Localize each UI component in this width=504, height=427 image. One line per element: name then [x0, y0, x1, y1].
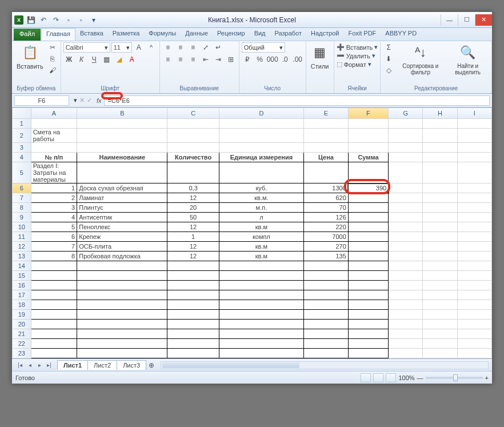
- cell-F10[interactable]: [348, 222, 388, 232]
- cell-E22[interactable]: [303, 339, 348, 349]
- tab-developer[interactable]: Разработ: [270, 28, 306, 41]
- cell-H12[interactable]: [423, 242, 457, 252]
- cell-C12[interactable]: 12: [167, 242, 219, 252]
- cell-A14[interactable]: [31, 261, 77, 271]
- cell-I16[interactable]: [457, 281, 491, 290]
- cell-B9[interactable]: Антисептик: [77, 213, 167, 222]
- tab-formulas[interactable]: Формулы: [144, 28, 181, 41]
- cell-E14[interactable]: [303, 261, 348, 271]
- row-header-15[interactable]: 15: [13, 271, 31, 281]
- font-size-combo[interactable]: 11▾: [111, 42, 132, 53]
- cell-G11[interactable]: [389, 232, 423, 242]
- cell-I20[interactable]: [457, 320, 491, 329]
- cell-F5[interactable]: [348, 162, 388, 183]
- cell-D9[interactable]: л: [219, 213, 303, 222]
- formula-input[interactable]: =C6*E6: [104, 95, 490, 106]
- cell-F7[interactable]: [348, 193, 388, 203]
- cell-I1[interactable]: [457, 119, 491, 129]
- cell-D4[interactable]: Единица измерения: [219, 153, 303, 162]
- wrap-text-icon[interactable]: ↵: [213, 42, 224, 53]
- cell-C2[interactable]: [167, 129, 219, 143]
- sort-filter-button[interactable]: ᴬ↓ Сортировка и фильтр: [395, 42, 445, 77]
- row-header-10[interactable]: 10: [13, 222, 31, 232]
- cell-A2[interactable]: Смета на работы: [31, 129, 77, 143]
- cell-I5[interactable]: [457, 162, 491, 183]
- cell-G23[interactable]: [389, 349, 423, 358]
- cell-C4[interactable]: Количество: [167, 153, 219, 162]
- close-button[interactable]: ✕: [475, 14, 492, 26]
- cell-B21[interactable]: [77, 329, 167, 339]
- italic-icon[interactable]: К: [76, 54, 87, 65]
- row-header-18[interactable]: 18: [13, 300, 31, 310]
- bold-icon[interactable]: Ж: [63, 54, 75, 65]
- cell-G20[interactable]: [389, 320, 423, 329]
- col-header-G[interactable]: G: [389, 108, 423, 119]
- cell-E3[interactable]: [303, 143, 348, 153]
- currency-icon[interactable]: ₽: [242, 54, 253, 65]
- cell-B3[interactable]: [77, 143, 167, 153]
- row-header-13[interactable]: 13: [13, 252, 31, 261]
- cut-icon[interactable]: ✂: [47, 42, 58, 53]
- cell-H10[interactable]: [423, 222, 457, 232]
- cell-A6[interactable]: 1: [31, 183, 77, 193]
- cell-H22[interactable]: [423, 339, 457, 349]
- indent-dec-icon[interactable]: ⇤: [200, 54, 211, 65]
- cell-B13[interactable]: Пробковая подложка: [77, 252, 167, 261]
- tab-review[interactable]: Рецензир: [213, 28, 250, 41]
- format-cells-button[interactable]: ⬚Формат ▾: [337, 61, 371, 68]
- cell-G5[interactable]: [389, 162, 423, 183]
- cell-I6[interactable]: [457, 183, 491, 193]
- cell-F17[interactable]: [348, 290, 388, 300]
- row-header-11[interactable]: 11: [13, 232, 31, 242]
- cell-B1[interactable]: [77, 119, 167, 129]
- cell-I19[interactable]: [457, 310, 491, 320]
- paste-button[interactable]: 📋 Вставить: [14, 42, 46, 71]
- row-header-16[interactable]: 16: [13, 281, 31, 290]
- cell-G3[interactable]: [389, 143, 423, 153]
- cell-C10[interactable]: 12: [167, 222, 219, 232]
- tab-abbyy[interactable]: ABBYY PD: [381, 28, 421, 41]
- cell-D2[interactable]: [219, 129, 303, 143]
- cell-G6[interactable]: [389, 183, 423, 193]
- cell-D22[interactable]: [219, 339, 303, 349]
- cell-G18[interactable]: [389, 300, 423, 310]
- cell-D16[interactable]: [219, 281, 303, 290]
- cell-E21[interactable]: [303, 329, 348, 339]
- minimize-button[interactable]: —: [441, 14, 458, 26]
- cell-B5[interactable]: [77, 162, 167, 183]
- cell-I3[interactable]: [457, 143, 491, 153]
- cell-G10[interactable]: [389, 222, 423, 232]
- cell-F20[interactable]: [348, 320, 388, 329]
- fx-icon[interactable]: fx: [94, 97, 104, 104]
- cell-E7[interactable]: 620: [303, 193, 348, 203]
- cell-E19[interactable]: [303, 310, 348, 320]
- cell-F13[interactable]: [348, 252, 388, 261]
- cell-H15[interactable]: [423, 271, 457, 281]
- cell-H4[interactable]: [423, 153, 457, 162]
- cell-E9[interactable]: 126: [303, 213, 348, 222]
- cell-H18[interactable]: [423, 300, 457, 310]
- cell-E6[interactable]: 1300: [303, 183, 348, 193]
- cell-H21[interactable]: [423, 329, 457, 339]
- cell-B11[interactable]: Крепеж: [77, 232, 167, 242]
- cell-E20[interactable]: [303, 320, 348, 329]
- cell-C17[interactable]: [167, 290, 219, 300]
- tab-foxit[interactable]: Foxit PDF: [343, 28, 381, 41]
- cell-I22[interactable]: [457, 339, 491, 349]
- row-header-12[interactable]: 12: [13, 242, 31, 252]
- view-normal-icon[interactable]: [361, 373, 371, 382]
- fill-color-icon[interactable]: ◢: [114, 54, 125, 65]
- zoom-out-icon[interactable]: —: [417, 374, 423, 381]
- format-painter-icon[interactable]: 🖌: [47, 65, 58, 75]
- cell-G15[interactable]: [389, 271, 423, 281]
- cell-D17[interactable]: [219, 290, 303, 300]
- cell-G9[interactable]: [389, 213, 423, 222]
- cell-F21[interactable]: [348, 329, 388, 339]
- col-header-H[interactable]: H: [423, 108, 457, 119]
- cell-G22[interactable]: [389, 339, 423, 349]
- qat-btn2-icon[interactable]: ▫: [76, 15, 86, 25]
- new-sheet-icon[interactable]: ⊕: [146, 360, 157, 370]
- row-header-20[interactable]: 20: [13, 320, 31, 329]
- col-header-E[interactable]: E: [303, 108, 348, 119]
- cell-G8[interactable]: [389, 203, 423, 213]
